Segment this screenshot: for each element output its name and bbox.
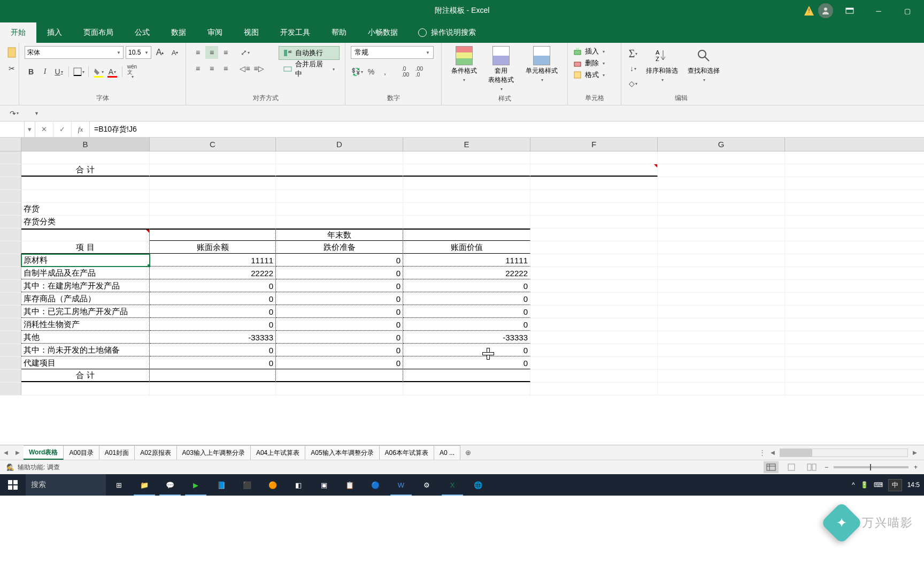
sort-filter-button[interactable]: AZ排序和筛选▾ — [643, 46, 681, 83]
user-icon[interactable] — [818, 3, 833, 18]
col-header-f[interactable]: F — [530, 138, 658, 151]
underline-button[interactable]: U▾ — [52, 65, 65, 78]
tab-layout[interactable]: 页面布局 — [73, 22, 124, 43]
tab-view[interactable]: 视图 — [233, 22, 270, 43]
view-normal-icon[interactable] — [764, 461, 779, 473]
cell[interactable]: 22222 — [150, 267, 276, 279]
bold-button[interactable]: B — [25, 65, 37, 78]
sheet-tab[interactable]: A02原报表 — [135, 445, 176, 460]
increase-font-icon[interactable]: A▴ — [153, 46, 166, 59]
cell[interactable]: 自制半成品及在产品 — [21, 267, 150, 279]
tray-chevron-icon[interactable]: ^ — [852, 481, 855, 489]
decrease-decimal-icon[interactable]: .00.0 — [413, 65, 426, 78]
alert-icon[interactable]: ! — [804, 6, 814, 16]
taskbar-app-icon[interactable]: ⚙ — [414, 474, 440, 496]
sheet-nav-prev[interactable]: ◄ — [0, 445, 12, 460]
cell[interactable]: 其中：尚未开发的土地储备 — [21, 344, 150, 356]
orientation-icon[interactable]: ⤢▾ — [238, 46, 251, 59]
col-header-g[interactable]: G — [658, 138, 785, 151]
worksheet-grid[interactable]: B C D E F G 合 计 存货 存货分类 年末数 项 目账面余额跌价准备账… — [0, 138, 924, 445]
insert-cells-button[interactable]: 插入▾ — [573, 46, 605, 57]
taskbar-app-icon[interactable]: ▣ — [311, 474, 337, 496]
view-page-layout-icon[interactable] — [784, 461, 799, 473]
start-button[interactable] — [0, 474, 26, 496]
cell[interactable]: 账面余额 — [150, 241, 276, 254]
paste-icon[interactable] — [5, 46, 18, 59]
cell[interactable]: 0 — [150, 318, 276, 331]
cell[interactable]: 0 — [276, 357, 403, 369]
cell[interactable]: 其中：在建房地产开发产品 — [21, 280, 150, 292]
cell[interactable]: 0 — [276, 293, 403, 305]
cell[interactable]: 0 — [403, 318, 530, 331]
cell[interactable]: 其中：已完工房地产开发产品 — [21, 306, 150, 318]
taskbar-app-icon[interactable]: 💬 — [157, 474, 183, 496]
taskbar-chrome-icon[interactable]: 🌐 — [465, 474, 491, 496]
sheet-tab[interactable]: A00目录 — [64, 445, 99, 460]
maximize-button[interactable]: ▢ — [895, 0, 920, 21]
zoom-in-button[interactable]: + — [914, 463, 918, 471]
taskbar-app-icon[interactable]: 🔵 — [363, 474, 388, 496]
format-table-button[interactable]: 套用 表格格式▾ — [485, 46, 517, 93]
cancel-formula-icon[interactable]: ✕ — [35, 121, 53, 137]
format-cells-button[interactable]: 格式▾ — [573, 70, 605, 80]
cell[interactable]: 项 目 — [21, 241, 150, 254]
cell[interactable]: 0 — [276, 267, 403, 279]
taskbar-app-icon[interactable]: ▶ — [183, 474, 209, 496]
conditional-format-button[interactable]: 条件格式▾ — [448, 46, 480, 83]
align-center-icon[interactable]: ≡ — [205, 62, 218, 75]
cell[interactable]: 0 — [150, 344, 276, 356]
clear-icon[interactable]: ◇▾ — [627, 77, 640, 90]
ime-indicator[interactable]: 中 — [888, 479, 902, 491]
cell[interactable]: 年末数 — [276, 229, 403, 241]
new-sheet-button[interactable]: ⊕ — [460, 445, 476, 460]
taskbar-word-icon[interactable]: W — [388, 474, 414, 496]
sheet-tab[interactable]: A06本年试算表 — [380, 445, 434, 460]
sheet-tab[interactable]: A03输入上年调整分录 — [177, 445, 251, 460]
battery-icon[interactable]: 🔋 — [860, 481, 868, 489]
wrap-text-button[interactable]: ab自动换行 — [279, 46, 340, 60]
align-top-icon[interactable]: ≡ — [191, 46, 204, 59]
zoom-out-button[interactable]: − — [825, 463, 828, 471]
sheet-tab[interactable]: Word表格 — [24, 445, 64, 460]
name-box[interactable] — [0, 121, 25, 137]
decrease-indent-icon[interactable]: ◁≡ — [238, 62, 251, 75]
cell[interactable]: 0 — [403, 280, 530, 292]
increase-decimal-icon[interactable]: .0.00 — [399, 65, 412, 78]
accept-formula-icon[interactable]: ✓ — [53, 121, 72, 137]
cell[interactable]: 11111 — [150, 254, 276, 267]
col-header-e[interactable]: E — [403, 138, 530, 151]
qat-customize-icon[interactable]: ▼ — [30, 107, 43, 120]
tell-me[interactable]: 操作说明搜索 — [418, 22, 476, 43]
font-color-button[interactable]: A▾ — [106, 65, 119, 78]
decrease-font-icon[interactable]: A▾ — [168, 46, 181, 59]
hscroll-right[interactable]: ► — [909, 448, 921, 457]
minimize-button[interactable]: ─ — [866, 0, 891, 21]
cell[interactable]: 0 — [150, 306, 276, 318]
increase-indent-icon[interactable]: ≡▷ — [252, 62, 265, 75]
cell[interactable]: -33333 — [403, 331, 530, 344]
sheet-tab[interactable]: A04上年试算表 — [251, 445, 305, 460]
tab-home[interactable]: 开始 — [0, 22, 36, 43]
tab-insert[interactable]: 插入 — [36, 22, 73, 43]
cell[interactable]: 0 — [150, 357, 276, 369]
taskbar-app-icon[interactable]: ⬛ — [234, 474, 260, 496]
italic-button[interactable]: I — [38, 65, 51, 78]
col-header-b[interactable]: B — [21, 138, 150, 151]
cell[interactable]: 0 — [276, 318, 403, 331]
format-painter-icon[interactable]: ✂ — [5, 62, 18, 75]
tab-addin[interactable]: 小畅数据 — [357, 22, 409, 43]
align-bottom-icon[interactable]: ≡ — [219, 46, 232, 59]
cell[interactable]: 0 — [276, 306, 403, 318]
tab-formulas[interactable]: 公式 — [124, 22, 160, 43]
cell[interactable]: 合 计 — [21, 370, 150, 382]
col-header-c[interactable]: C — [150, 138, 276, 151]
name-box-dropdown[interactable]: ▾ — [25, 121, 35, 137]
sheet-tab[interactable]: A0 ... — [434, 445, 460, 460]
fx-icon[interactable]: fx — [72, 121, 90, 137]
cell[interactable]: 0 — [403, 306, 530, 318]
font-name-select[interactable]: 宋体▼ — [25, 46, 124, 59]
currency-icon[interactable]: 💱▾ — [351, 65, 364, 78]
sheet-nav-next[interactable]: ► — [12, 445, 24, 460]
fill-icon[interactable]: ↓▾ — [627, 62, 640, 75]
taskbar-search[interactable]: 搜索 — [26, 474, 106, 496]
